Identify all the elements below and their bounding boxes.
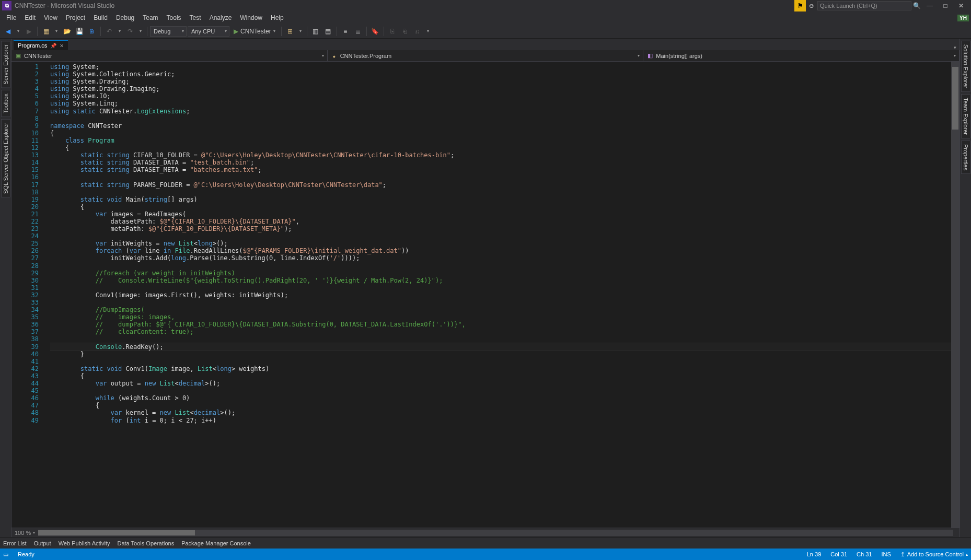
play-icon: ▶: [234, 28, 238, 35]
status-line: Ln 39: [807, 551, 822, 557]
menu-tools[interactable]: Tools: [163, 13, 186, 23]
bookmark-button[interactable]: 🔖: [369, 26, 381, 37]
tb-icon-2[interactable]: ▤: [322, 26, 334, 37]
notification-flag-icon[interactable]: ⚑: [794, 0, 806, 11]
code-editor[interactable]: 1234567891011121314151617181920212223242…: [11, 62, 960, 528]
menu-file[interactable]: File: [2, 13, 20, 23]
tb-icon-7[interactable]: ⎌: [412, 26, 423, 37]
tb-icon-4[interactable]: ≣: [352, 26, 364, 37]
window-title: CNNTester - Microsoft Visual Studio: [15, 2, 114, 9]
tb-icon-5[interactable]: ⎘: [387, 26, 398, 37]
fold-column[interactable]: [43, 62, 50, 528]
search-icon[interactable]: 🔍: [911, 2, 922, 9]
properties-tab[interactable]: Properties: [961, 141, 970, 174]
vs-logo-icon: ⧉: [2, 1, 11, 10]
feedback-icon[interactable]: ☺: [806, 2, 817, 9]
title-bar: ⧉ CNNTester - Microsoft Visual Studio ⚑ …: [0, 0, 971, 11]
navigation-bar: ▣ CNNTester ⬥ CNNTester.Program ◧ Main(s…: [11, 50, 960, 62]
start-debug-button[interactable]: ▶ CNNTester ▾: [230, 28, 279, 35]
zoom-combo[interactable]: 100 %: [15, 530, 35, 536]
editor-column: Program.cs 📌 ✕ ▾ ▣ CNNTester ⬥ CNNTester…: [11, 39, 960, 537]
nav-back-dropdown[interactable]: ▾: [15, 29, 22, 33]
document-tab-program[interactable]: Program.cs 📌 ✕: [14, 40, 68, 50]
quick-launch-input[interactable]: Quick Launch (Ctrl+Q): [817, 1, 911, 10]
status-ins: INS: [881, 551, 891, 557]
process-dropdown[interactable]: ▾: [297, 29, 304, 33]
status-app-icon: ▭: [3, 551, 8, 558]
status-ready: Ready: [18, 551, 34, 557]
menu-bar: File Edit View Project Build Debug Team …: [0, 11, 971, 24]
sql-server-object-explorer-tab[interactable]: SQL Server Object Explorer: [1, 119, 10, 197]
maximize-button[interactable]: □: [938, 2, 953, 9]
menu-test[interactable]: Test: [186, 13, 205, 23]
method-icon: ◧: [646, 52, 654, 60]
menu-project[interactable]: Project: [62, 13, 89, 23]
new-project-button[interactable]: ▦: [40, 26, 52, 37]
tb-icon-6[interactable]: ⎗: [399, 26, 411, 37]
zoom-label: 100 %: [15, 530, 31, 536]
vertical-scrollbar-thumb[interactable]: [952, 67, 958, 130]
main-area: Server Explorer Toolbox SQL Server Objec…: [0, 39, 971, 537]
left-sidebar: Server Explorer Toolbox SQL Server Objec…: [0, 39, 11, 537]
nav-project-label: CNNTester: [24, 53, 52, 59]
code-area[interactable]: using System;using System.Collections.Ge…: [50, 62, 951, 528]
solution-explorer-tab[interactable]: Solution Explorer: [961, 41, 970, 92]
nav-class-label: CNNTester.Program: [340, 53, 391, 59]
menu-view[interactable]: View: [40, 13, 62, 23]
redo-dropdown[interactable]: ▾: [137, 29, 144, 33]
tb-icon-3[interactable]: ≡: [340, 26, 351, 37]
horizontal-scrollbar[interactable]: [38, 530, 953, 536]
nav-class-combo[interactable]: ⬥ CNNTester.Program: [328, 50, 644, 62]
pin-icon[interactable]: 📌: [50, 43, 56, 49]
menu-help[interactable]: Help: [267, 13, 288, 23]
class-icon: ⬥: [331, 52, 338, 60]
vertical-scrollbar[interactable]: [951, 62, 960, 528]
menu-debug[interactable]: Debug: [112, 13, 138, 23]
start-target-label: CNNTester: [240, 28, 271, 35]
output-tab[interactable]: Output: [34, 540, 51, 546]
undo-dropdown[interactable]: ▾: [116, 29, 123, 33]
add-to-source-control[interactable]: ↥ Add to Source Control ▴: [900, 551, 968, 558]
menu-edit[interactable]: Edit: [20, 13, 40, 23]
save-button[interactable]: 💾: [74, 26, 85, 37]
document-tabs: Program.cs 📌 ✕ ▾: [11, 39, 960, 50]
nav-back-button[interactable]: ◀: [2, 26, 14, 37]
menu-team[interactable]: Team: [138, 13, 162, 23]
editor-footer: 100 %: [11, 528, 960, 537]
new-project-dropdown[interactable]: ▾: [53, 29, 60, 33]
menu-analyze[interactable]: Analyze: [205, 13, 236, 23]
horizontal-scrollbar-thumb[interactable]: [38, 530, 195, 535]
chevron-up-icon: ▴: [966, 552, 968, 557]
undo-button[interactable]: ↶: [103, 26, 115, 37]
config-combo[interactable]: Debug: [150, 26, 187, 37]
menu-window[interactable]: Window: [236, 13, 267, 23]
nav-forward-button[interactable]: ▶: [23, 26, 34, 37]
process-button[interactable]: ⊞: [284, 26, 296, 37]
close-tab-icon[interactable]: ✕: [60, 43, 64, 49]
nav-member-label: Main(string[] args): [656, 53, 702, 59]
tab-overflow-dropdown[interactable]: ▾: [951, 45, 960, 50]
nav-member-combo[interactable]: ◧ Main(string[] args): [643, 50, 960, 62]
nav-project-combo[interactable]: ▣ CNNTester: [11, 50, 328, 62]
open-file-button[interactable]: 📂: [61, 26, 73, 37]
right-sidebar: Solution Explorer Team Explorer Properti…: [960, 39, 971, 537]
package-manager-console-tab[interactable]: Package Manager Console: [181, 540, 251, 546]
document-tab-label: Program.cs: [18, 42, 47, 49]
redo-button[interactable]: ↷: [124, 26, 136, 37]
error-list-tab[interactable]: Error List: [3, 540, 27, 546]
minimize-button[interactable]: —: [922, 2, 938, 9]
toolbox-tab[interactable]: Toolbox: [1, 90, 10, 117]
csharp-project-icon: ▣: [15, 52, 22, 60]
team-explorer-tab[interactable]: Team Explorer: [961, 94, 970, 138]
user-badge[interactable]: YH: [957, 15, 969, 21]
menu-build[interactable]: Build: [89, 13, 112, 23]
tb-icon-1[interactable]: ▥: [310, 26, 321, 37]
platform-combo[interactable]: Any CPU: [188, 26, 229, 37]
bottom-tool-tabs: Error List Output Web Publish Activity D…: [0, 537, 971, 549]
close-button[interactable]: ✕: [953, 2, 969, 9]
data-tools-operations-tab[interactable]: Data Tools Operations: [118, 540, 175, 546]
save-all-button[interactable]: 🗎: [86, 26, 98, 37]
web-publish-activity-tab[interactable]: Web Publish Activity: [59, 540, 110, 546]
tb-overflow[interactable]: ▾: [424, 29, 432, 33]
server-explorer-tab[interactable]: Server Explorer: [1, 41, 10, 88]
